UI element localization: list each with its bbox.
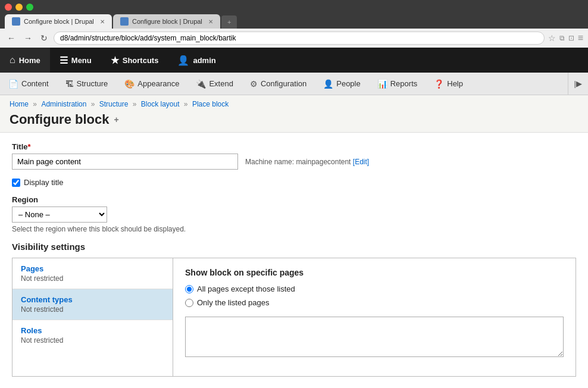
admin-menu-people[interactable]: 👤 People — [315, 73, 368, 95]
help-icon: ❓ — [434, 79, 444, 89]
reload-button[interactable]: ↻ — [38, 32, 50, 44]
admin-menu-more[interactable]: |▶ — [568, 73, 588, 95]
visibility-tab-content-types[interactable]: Content types Not restricted — [12, 289, 173, 320]
admin-menu-content[interactable]: 📄 Content — [0, 73, 57, 95]
toolbar-admin[interactable]: 👤 admin — [168, 48, 225, 73]
content-types-tab-sub: Not restricted — [21, 305, 164, 314]
admin-menu-structure-label: Structure — [77, 79, 108, 88]
display-title-checkbox[interactable] — [12, 179, 20, 187]
title-form-group: Title* Machine name: mainpagecontent [Ed… — [12, 142, 576, 170]
bookmark-button[interactable]: ☆ — [548, 33, 556, 43]
title-input[interactable] — [12, 154, 238, 170]
extensions-button[interactable]: ⧉ — [559, 34, 565, 42]
region-group: Region – None – Header Primary menu Cont… — [12, 195, 576, 233]
radio-row-all: All pages except those listed — [185, 284, 564, 293]
breadcrumb-place-block[interactable]: Place block — [192, 100, 229, 108]
region-help: Select the region where this block shoul… — [12, 225, 576, 233]
forward-button[interactable]: → — [21, 32, 35, 44]
appearance-icon: 🎨 — [124, 79, 135, 89]
display-title-row: Display title — [12, 178, 576, 187]
title-row: Machine name: mainpagecontent [Edit] — [12, 154, 576, 170]
content-icon: 📄 — [8, 79, 18, 89]
breadcrumb-sep-4: » — [184, 100, 190, 108]
admin-menu: 📄 Content 🏗 Structure 🎨 Appearance 🔌 Ext… — [0, 73, 588, 95]
breadcrumb-administration[interactable]: Administration — [41, 100, 86, 108]
tab-favicon-2 — [120, 17, 129, 26]
browser-tab-1-label: Configure block | Drupal — [24, 18, 94, 25]
star-icon: ★ — [111, 55, 119, 66]
region-select[interactable]: – None – Header Primary menu Content — [12, 206, 107, 223]
pages-tab-sub: Not restricted — [21, 274, 164, 283]
address-input[interactable] — [54, 32, 545, 45]
breadcrumb-block-layout[interactable]: Block layout — [141, 100, 180, 108]
toolbar-admin-label: admin — [193, 56, 215, 65]
toolbar-menu[interactable]: ☰ Menu — [50, 48, 101, 73]
browser-tab-1[interactable]: Configure block | Drupal ✕ — [5, 14, 112, 29]
breadcrumb: Home » Administration » Structure » Bloc… — [10, 100, 578, 108]
visibility-tab-roles[interactable]: Roles Not restricted — [12, 320, 173, 351]
close-window-button[interactable] — [5, 4, 12, 11]
breadcrumb-home[interactable]: Home — [10, 100, 29, 108]
pages-content-heading: Show block on specific pages — [185, 268, 564, 277]
page-title: Configure block — [10, 112, 109, 127]
title-required: * — [28, 142, 31, 151]
radio-listed-pages[interactable] — [185, 299, 193, 307]
region-label: Region — [12, 195, 576, 204]
radio-all-label: All pages except those listed — [197, 284, 295, 293]
content-types-tab-title: Content types — [21, 295, 164, 304]
breadcrumb-bar: Home » Administration » Structure » Bloc… — [0, 95, 588, 133]
configuration-icon: ⚙ — [250, 79, 258, 89]
toolbar-shortcuts[interactable]: ★ Shortcuts — [101, 48, 168, 73]
breadcrumb-structure[interactable]: Structure — [99, 100, 129, 108]
roles-tab-sub: Not restricted — [21, 336, 164, 345]
breadcrumb-sep-2: » — [91, 100, 97, 108]
tab-close-2[interactable]: ✕ — [208, 18, 213, 25]
visibility-tab-pages[interactable]: Pages Not restricted — [12, 258, 173, 289]
back-button[interactable]: ← — [5, 32, 18, 44]
radio-all-pages[interactable] — [185, 285, 193, 293]
admin-menu-help[interactable]: ❓ Help — [426, 73, 471, 95]
toolbar-home[interactable]: ⌂ Home — [0, 48, 50, 73]
browser-tab-2[interactable]: Configure block | Drupal ✕ — [113, 14, 220, 29]
admin-menu-structure[interactable]: 🏗 Structure — [57, 73, 117, 95]
tab-close-1[interactable]: ✕ — [100, 18, 105, 25]
reports-icon: 📊 — [377, 79, 387, 89]
admin-menu-configuration-label: Configuration — [261, 79, 306, 88]
breadcrumb-sep-1: » — [33, 100, 39, 108]
toolbar-shortcuts-label: Shortcuts — [123, 56, 159, 65]
roles-tab-title: Roles — [21, 326, 164, 335]
cast-button[interactable]: ⊡ — [568, 34, 574, 42]
admin-menu-extend[interactable]: 🔌 Extend — [187, 73, 241, 95]
admin-menu-extend-label: Extend — [209, 79, 233, 88]
admin-menu-help-label: Help — [447, 79, 463, 88]
radio-listed-label: Only the listed pages — [197, 298, 269, 307]
machine-name-edit[interactable]: [Edit] — [353, 158, 369, 166]
breadcrumb-sep-3: » — [133, 100, 139, 108]
main-content: Title* Machine name: mainpagecontent [Ed… — [0, 133, 588, 386]
admin-menu-appearance[interactable]: 🎨 Appearance — [116, 73, 187, 95]
minimize-window-button[interactable] — [15, 4, 23, 11]
user-icon: 👤 — [177, 55, 189, 66]
visibility-content: Show block on specific pages All pages e… — [173, 258, 576, 376]
admin-menu-content-label: Content — [21, 79, 49, 88]
toolbar-home-label: Home — [19, 56, 40, 65]
new-tab-button[interactable]: + — [221, 15, 237, 29]
drupal-toolbar: ⌂ Home ☰ Menu ★ Shortcuts 👤 admin — [0, 48, 588, 73]
maximize-window-button[interactable] — [26, 4, 33, 11]
title-label: Title* — [12, 142, 576, 151]
browser-tab-2-label: Configure block | Drupal — [132, 18, 202, 25]
display-title-label: Display title — [24, 178, 63, 187]
structure-icon: 🏗 — [65, 79, 74, 89]
admin-menu-configuration[interactable]: ⚙ Configuration — [242, 73, 315, 95]
admin-menu-people-label: People — [336, 79, 360, 88]
address-bar: ← → ↻ ☆ ⧉ ⊡ ≡ — [0, 29, 588, 48]
pages-tab-title: Pages — [21, 264, 164, 273]
machine-name: Machine name: mainpagecontent [Edit] — [245, 158, 369, 166]
admin-menu-reports-label: Reports — [390, 79, 418, 88]
page-help-icon[interactable]: + — [114, 115, 118, 124]
pages-textarea[interactable] — [185, 317, 564, 357]
browser-menu-button[interactable]: ≡ — [578, 33, 583, 43]
admin-menu-reports[interactable]: 📊 Reports — [369, 73, 426, 95]
tab-favicon-1 — [12, 17, 20, 26]
extend-icon: 🔌 — [196, 79, 206, 89]
